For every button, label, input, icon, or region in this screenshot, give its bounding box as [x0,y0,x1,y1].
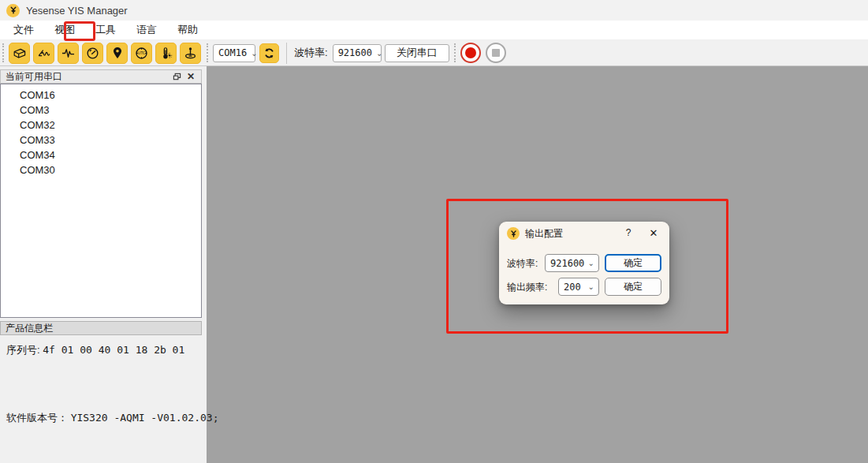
baud-rate-value: 921600 [338,47,372,58]
menu-file[interactable]: 文件 [3,21,44,39]
app-logo-icon [507,227,520,240]
serial-number-label: 序列号: [6,344,40,356]
box-3d-button[interactable] [9,43,30,64]
dialog-baud-select[interactable]: 921600 ⌄ [545,254,599,272]
temperature-button[interactable] [155,43,177,64]
record-icon [465,47,476,58]
dialog-rate-label: 输出频率: [507,281,547,294]
dialog-baud-label: 波特率: [507,257,538,271]
menu-language[interactable]: 语言 [126,21,167,39]
menu-view[interactable]: 视图 [44,21,85,39]
close-panel-button[interactable]: ✕ [184,71,198,83]
gauge-icon [85,46,100,61]
location-pin-button[interactable] [106,43,128,64]
chevron-down-icon: ⌄ [588,282,594,291]
stop-button[interactable] [486,43,506,63]
float-icon [173,73,181,81]
float-panel-button[interactable] [170,71,184,83]
toolbar: UTC COM16 ⌄ 波特率: 921600 ⌄ 关闭串口 [0,40,868,66]
baud-rate-select[interactable]: 921600 ⌄ [333,44,382,62]
dialog-title: 输出配置 [525,227,563,241]
dialog-close-button[interactable]: ✕ [646,226,661,241]
port-list-item[interactable]: COM33 [1,133,201,147]
firmware-version-line: 软件版本号： YIS320 -AQMI -V01.02.03; [6,411,218,425]
dialog-help-button[interactable]: ? [622,227,635,240]
app-logo-icon [6,4,20,17]
port-list: COM16 COM3 COM32 COM33 COM34 COM30 [0,84,202,318]
dialog-rate-value: 200 [564,282,581,293]
ports-panel-header: 当前可用串口 ✕ [0,69,202,84]
baud-rate-row: 波特率: 921600 ⌄ 确定 [499,254,669,272]
port-list-item[interactable]: COM3 [1,103,201,118]
temperature-icon [158,46,173,61]
confirm-rate-button[interactable]: 确定 [605,278,661,296]
stop-icon [492,49,500,57]
firmware-version-label: 软件版本号： [6,412,68,424]
output-rate-row: 输出频率: 200 ⌄ 确定 [499,278,669,296]
chevron-down-icon: ⌄ [376,49,382,58]
menu-tools[interactable]: 工具 [85,21,126,39]
toolbar-drag-handle[interactable] [207,43,210,62]
toolbar-drag-handle[interactable] [2,43,6,62]
gauge-button[interactable] [82,43,103,64]
port-select-value: COM16 [218,47,247,58]
svg-text:UTC: UTC [137,50,146,55]
serial-number-value: 4f 01 00 40 01 18 2b 01 [43,344,184,356]
utc-clock-button[interactable]: UTC [131,43,152,64]
left-dock-panel: 当前可用串口 ✕ COM16 COM3 COM32 COM33 COM34 CO… [0,66,207,463]
output-config-dialog: 输出配置 ? ✕ 波特率: 921600 ⌄ 确定 输出频率: 200 ⌄ 确定 [499,222,669,304]
window-title: Yesense YIS Manager [26,5,128,17]
firmware-version-value: YIS320 -AQMI -V01.02.03; [71,412,219,424]
angle-wave-button[interactable] [33,43,54,64]
toolbar-drag-handle[interactable] [454,43,457,62]
location-pin-icon [110,46,125,60]
refresh-ports-button[interactable] [259,43,279,63]
attitude-button[interactable] [180,43,201,64]
dialog-title-bar: 输出配置 [499,222,669,245]
box-3d-icon [12,46,27,61]
port-list-item[interactable]: COM32 [1,118,201,133]
info-panel-title: 产品信息栏 [6,322,53,335]
menu-bar: 文件 视图 工具 语言 帮助 [0,21,868,40]
toolbar-separator [286,43,287,64]
title-bar: Yesense YIS Manager [0,0,868,21]
confirm-baud-button[interactable]: 确定 [605,254,661,272]
serial-number-line: 序列号: 4f 01 00 40 01 18 2b 01 [6,343,184,357]
record-button[interactable] [460,43,481,63]
dialog-baud-value: 921600 [550,258,584,269]
port-select[interactable]: COM16 ⌄ [213,44,255,62]
port-list-item[interactable]: COM16 [1,88,201,103]
port-list-item[interactable]: COM30 [1,162,201,177]
menu-help[interactable]: 帮助 [167,21,208,39]
ports-panel-title: 当前可用串口 [6,70,62,84]
pulse-wave-icon [61,46,76,61]
info-panel-header: 产品信息栏 [0,321,202,335]
chevron-down-icon: ⌄ [251,49,257,58]
utc-clock-icon: UTC [134,46,149,61]
baud-rate-label: 波特率: [294,46,328,60]
close-serial-port-button[interactable]: 关闭串口 [385,44,449,62]
attitude-icon [183,46,198,61]
port-list-item[interactable]: COM34 [1,147,201,162]
app-window: Yesense YIS Manager 文件 视图 工具 语言 帮助 UTC [0,0,868,463]
chevron-down-icon: ⌄ [588,259,594,267]
angle-wave-icon [36,46,51,61]
refresh-icon [263,47,276,60]
dialog-rate-select[interactable]: 200 ⌄ [558,278,599,296]
pulse-wave-button[interactable] [58,43,79,64]
